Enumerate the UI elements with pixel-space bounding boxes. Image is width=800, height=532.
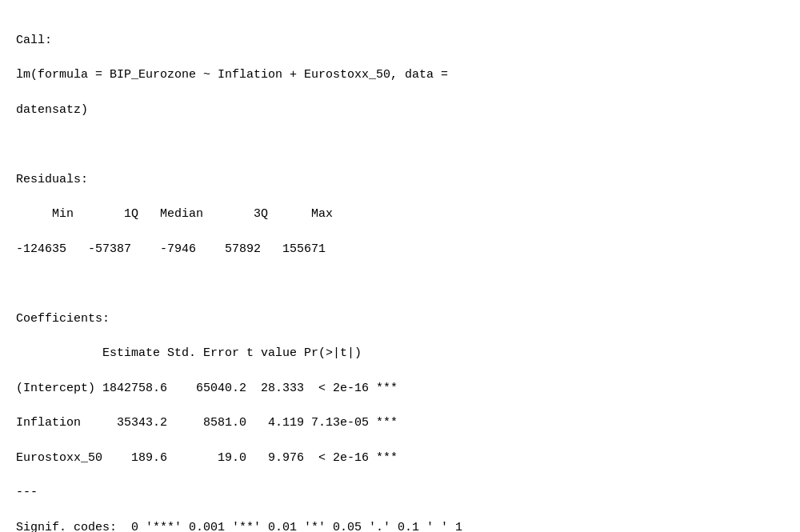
coeff-header: Estimate Std. Error t value Pr(>|t|): [16, 346, 390, 360]
coeff-intercept: (Intercept) 1842758.6 65040.2 28.333 < 2…: [16, 382, 398, 395]
residuals-header: Min 1Q Median 3Q Max: [16, 207, 333, 221]
call-line2: datensatz): [16, 103, 88, 117]
signif-codes: Signif. codes: 0 '***' 0.001 '**' 0.01 '…: [16, 521, 462, 532]
coeff-inflation: Inflation 35343.2 8581.0 4.119 7.13e-05 …: [16, 416, 398, 430]
call-label: Call:: [16, 34, 52, 47]
coeff-eurostoxx: Eurostoxx_50 189.6 19.0 9.976 < 2e-16 **…: [16, 451, 398, 465]
coefficients-label: Coefficients:: [16, 312, 110, 326]
residuals-values: -124635 -57387 -7946 57892 155671: [16, 242, 326, 256]
r-output: Call: lm(formula = BIP_Eurozone ~ Inflat…: [16, 14, 784, 532]
call-line1: lm(formula = BIP_Eurozone ~ Inflation + …: [16, 68, 448, 82]
coeff-separator: ---: [16, 486, 38, 499]
residuals-label: Residuals:: [16, 173, 88, 186]
